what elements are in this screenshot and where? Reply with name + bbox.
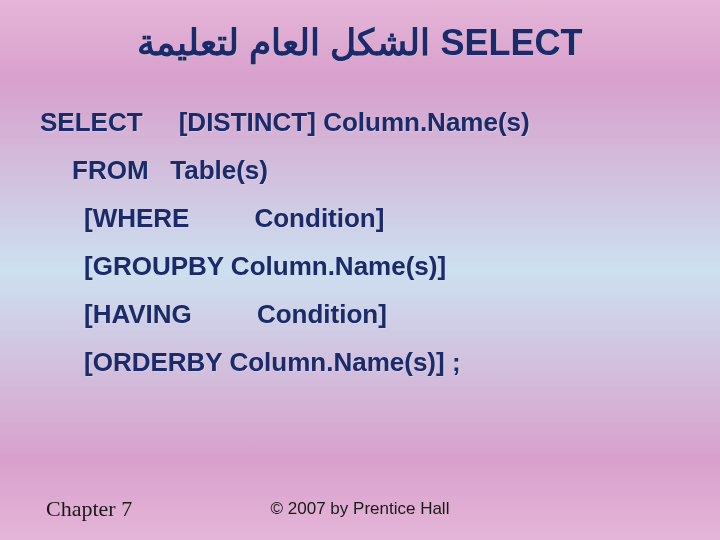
kw-from: FROM <box>72 155 149 185</box>
title-arabic: الشكل العام لتعليمة <box>137 22 430 63</box>
groupby-text: [GROUPBY Column.Name(s)] <box>84 251 446 281</box>
where-condition: Condition] <box>254 203 384 233</box>
slide-title: الشكل العام لتعليمة SELECT <box>0 0 720 64</box>
title-keyword: SELECT <box>441 22 583 63</box>
row-having: [HAVING Condition] <box>40 290 680 338</box>
row-where: [WHERE Condition] <box>40 194 680 242</box>
row-from: FROM Table(s) <box>40 146 680 194</box>
orderby-text: [ORDERBY Column.Name(s)] ; <box>84 347 461 377</box>
having-condition: Condition] <box>257 299 387 329</box>
row-orderby: [ORDERBY Column.Name(s)] ; <box>40 338 680 386</box>
chapter-label: Chapter 7 <box>46 496 132 522</box>
syntax-block: SELECT [DISTINCT] Column.Name(s) FROM Ta… <box>0 64 720 387</box>
from-tables: Table(s) <box>170 155 268 185</box>
row-select: SELECT [DISTINCT] Column.Name(s) <box>40 98 680 146</box>
select-columns: [DISTINCT] Column.Name(s) <box>179 98 530 146</box>
footer: Chapter 7 © 2007 by Prentice Hall <box>0 496 720 522</box>
kw-having: [HAVING <box>84 299 192 329</box>
kw-select: SELECT <box>40 98 143 146</box>
copyright-label: © 2007 by Prentice Hall <box>271 499 450 519</box>
row-groupby: [GROUPBY Column.Name(s)] <box>40 242 680 290</box>
slide: الشكل العام لتعليمة SELECT SELECT [DISTI… <box>0 0 720 540</box>
kw-where: [WHERE <box>84 203 189 233</box>
